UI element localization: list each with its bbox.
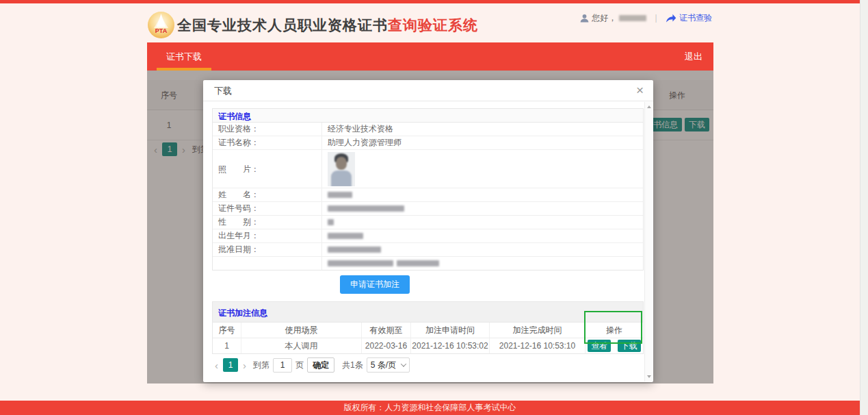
goto-label: 到第 (253, 360, 269, 371)
info-row-photo: 照 片： (213, 150, 643, 188)
view-button[interactable]: 查看 (588, 340, 611, 352)
col-scene: 使用场景 (241, 323, 362, 338)
page-header: PTA 全国专业技术人员职业资格证书查询验证系统 您好， ｜ 证书查验 (147, 3, 713, 42)
cell-apply-time: 2021-12-16 10:53:02 (411, 338, 490, 353)
field-label: 姓 名： (213, 188, 322, 201)
modal-pagination: ‹ 1 › 到第 页 确定 共1条 5 条/页 (212, 357, 644, 373)
field-value (322, 257, 643, 270)
cert-info-section: 证书信息 职业资格： 经济专业技术资格 证书名称： 助理人力资源管理师 照 片： (212, 108, 644, 271)
info-row: 证书名称： 助理人力资源管理师 (213, 136, 643, 150)
total-count-label: 共1条 (342, 360, 363, 371)
modal-title: 下载 (214, 80, 232, 101)
apply-annotation-button[interactable]: 申请证书加注 (340, 275, 410, 294)
tab-cert-download[interactable]: 证书下载 (157, 42, 211, 71)
nav-bar: 证书下载 退出 (147, 42, 713, 71)
cert-verify-link[interactable]: 证书查验 (679, 12, 712, 24)
info-row (213, 257, 643, 270)
scroll-up-icon[interactable] (647, 105, 651, 108)
cell-action: 查看 下载 (586, 338, 643, 353)
divider: ｜ (652, 12, 660, 24)
current-page[interactable]: 1 (223, 358, 238, 372)
annotation-table: 序号 使用场景 有效期至 加注申请时间 加注完成时间 操作 1 本人调用 202… (212, 322, 644, 354)
close-icon[interactable]: × (636, 82, 644, 99)
field-label: 批准日期： (213, 243, 322, 256)
field-value: 经济专业技术资格 (322, 123, 643, 136)
cell-scene: 本人调用 (241, 338, 362, 353)
modal-header: 下载 × (203, 80, 653, 101)
next-page-chevron[interactable]: › (240, 360, 249, 371)
user-info: 您好， ｜ 证书查验 (580, 12, 712, 24)
modal-body: 证书信息 职业资格： 经济专业技术资格 证书名称： 助理人力资源管理师 照 片： (212, 108, 644, 373)
info-row: 批准日期： (213, 243, 643, 257)
app-title: 全国专业技术人员职业资格证书查询验证系统 (177, 16, 478, 35)
field-value (322, 243, 643, 256)
portrait-photo (328, 152, 355, 186)
app-title-main: 全国专业技术人员职业资格证书 (177, 17, 388, 33)
brand: PTA 全国专业技术人员职业资格证书查询验证系统 (147, 11, 478, 39)
confirm-button[interactable]: 确定 (307, 357, 334, 373)
greeting-text: 您好， (592, 12, 616, 24)
redacted-value (328, 219, 334, 225)
apply-row: 申请证书加注 (212, 271, 644, 299)
page-scrollbar-strip[interactable] (860, 0, 868, 415)
field-value (322, 202, 643, 215)
info-row: 出生年月： (213, 229, 643, 243)
prev-page-chevron[interactable]: ‹ (212, 360, 221, 371)
modal-scrollbar[interactable] (644, 102, 653, 381)
redacted-value (328, 247, 381, 253)
redacted-value (328, 260, 393, 266)
page-unit-label: 页 (295, 360, 304, 371)
redacted-username (619, 15, 646, 21)
download-button[interactable]: 下载 (618, 340, 641, 352)
cell-no: 1 (213, 338, 241, 353)
field-label: 性 别： (213, 216, 322, 229)
page-footer: 版权所有：人力资源和社会保障部人事考试中心 (0, 401, 860, 415)
info-row: 职业资格： 经济专业技术资格 (213, 123, 643, 136)
page-size-value: 5 条/页 (371, 360, 396, 371)
download-modal: 下载 × 证书信息 职业资格： 经济专业技术资格 证书名称： 助理人力资源管理师… (203, 80, 653, 382)
copyright-text: 版权所有：人力资源和社会保障部人事考试中心 (344, 403, 516, 412)
annotation-table-row: 1 本人调用 2022-03-16 2021-12-16 10:53:02 20… (213, 338, 643, 353)
col-action: 操作 (586, 323, 643, 338)
field-label: 照 片： (213, 150, 322, 188)
col-complete-time: 加注完成时间 (490, 323, 586, 338)
field-label: 证书名称： (213, 136, 322, 149)
user-icon (580, 14, 589, 23)
cell-valid-until: 2022-03-16 (362, 338, 411, 353)
info-row: 证件号码： (213, 202, 643, 216)
field-value (322, 188, 643, 201)
field-label: 出生年月： (213, 229, 322, 242)
field-label (213, 257, 322, 270)
photo-cell (322, 150, 643, 188)
col-valid-until: 有效期至 (362, 323, 411, 338)
annotation-section-header: 证书加注信息 (212, 301, 644, 322)
svg-text:PTA: PTA (155, 27, 168, 34)
field-label: 证件号码： (213, 202, 322, 215)
cell-complete-time: 2021-12-16 10:53:10 (490, 338, 586, 353)
page-number-input[interactable] (273, 358, 292, 373)
share-arrow-icon (666, 14, 676, 23)
field-value (322, 216, 643, 229)
col-apply-time: 加注申请时间 (411, 323, 490, 338)
cert-info-section-header: 证书信息 (213, 109, 643, 123)
col-no: 序号 (213, 323, 241, 338)
logout-button[interactable]: 退出 (685, 42, 702, 71)
redacted-value (328, 205, 404, 212)
info-row: 姓 名： (213, 188, 643, 202)
pta-logo-icon: PTA (147, 11, 175, 39)
field-label: 职业资格： (213, 123, 322, 136)
field-value (322, 229, 643, 242)
annotation-section-title: 证书加注信息 (218, 308, 267, 318)
page-size-select[interactable]: 5 条/页 (367, 357, 410, 373)
annotation-table-header: 序号 使用场景 有效期至 加注申请时间 加注完成时间 操作 (213, 323, 643, 338)
scroll-down-icon[interactable] (647, 375, 651, 378)
redacted-value (328, 233, 363, 239)
chevron-down-icon (400, 361, 406, 366)
cert-info-title: 证书信息 (218, 112, 251, 121)
app-title-accent: 查询验证系统 (388, 17, 478, 33)
redacted-value (397, 260, 439, 266)
info-row: 性 别： (213, 216, 643, 229)
redacted-value (328, 192, 352, 198)
field-value: 助理人力资源管理师 (322, 136, 643, 149)
